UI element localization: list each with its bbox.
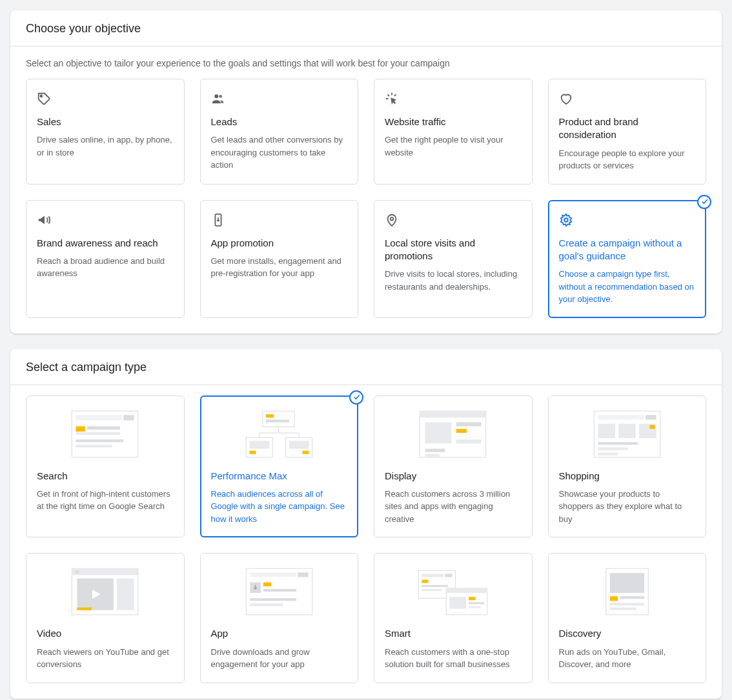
svg-rect-53 bbox=[250, 573, 296, 577]
svg-rect-33 bbox=[425, 448, 445, 452]
card-desc: Drive downloads and grow engagement for … bbox=[211, 646, 348, 671]
svg-rect-34 bbox=[425, 454, 440, 456]
shopping-thumb bbox=[559, 408, 696, 461]
gear-icon bbox=[559, 212, 696, 228]
card-title: Brand awareness and reach bbox=[37, 237, 174, 250]
card-desc: Encourage people to explore your product… bbox=[559, 147, 696, 172]
svg-rect-68 bbox=[450, 597, 467, 608]
svg-rect-61 bbox=[422, 574, 444, 577]
display-thumb bbox=[385, 408, 522, 461]
card-title: Local store visits and promotions bbox=[385, 237, 522, 263]
card-title: Shopping bbox=[559, 470, 696, 483]
svg-rect-50 bbox=[77, 608, 92, 610]
search-thumb bbox=[37, 408, 174, 461]
card-desc: Reach customers with a one-stop solution… bbox=[385, 646, 522, 671]
objective-card-app-promotion[interactable]: App promotion Get more installs, engagem… bbox=[200, 200, 359, 318]
pin-icon bbox=[385, 212, 522, 228]
svg-rect-23 bbox=[249, 450, 256, 454]
svg-point-4 bbox=[391, 217, 394, 220]
app-thumb bbox=[211, 565, 348, 618]
objective-card-no-goal[interactable]: Create a campaign without a goal's guida… bbox=[548, 200, 707, 318]
campaign-card-display[interactable]: Display Reach customers across 3 million… bbox=[374, 395, 533, 538]
campaign-card-discovery[interactable]: Discovery Run ads on YouTube, Gmail, Dis… bbox=[548, 553, 707, 683]
svg-rect-13 bbox=[76, 445, 112, 447]
svg-rect-41 bbox=[649, 425, 655, 428]
svg-point-0 bbox=[41, 95, 43, 97]
svg-rect-57 bbox=[263, 589, 296, 592]
card-desc: Choose a campaign type first, without a … bbox=[559, 268, 696, 306]
svg-rect-58 bbox=[250, 599, 296, 601]
svg-rect-28 bbox=[420, 411, 487, 417]
svg-rect-32 bbox=[456, 439, 482, 443]
objective-card-local[interactable]: Local store visits and promotions Drive … bbox=[374, 200, 533, 318]
svg-rect-62 bbox=[445, 574, 452, 577]
svg-rect-31 bbox=[456, 428, 467, 432]
card-title: Discovery bbox=[559, 627, 696, 640]
campaign-card-video[interactable]: Video Reach viewers on YouTube and get c… bbox=[26, 553, 185, 683]
smart-thumb bbox=[385, 565, 522, 618]
svg-rect-39 bbox=[618, 423, 636, 438]
svg-rect-43 bbox=[598, 447, 627, 450]
svg-rect-74 bbox=[610, 596, 618, 601]
tag-icon bbox=[37, 91, 174, 106]
card-title: App promotion bbox=[211, 237, 348, 250]
svg-rect-51 bbox=[117, 579, 134, 610]
objective-card-brand-consideration[interactable]: Product and brand consideration Encourag… bbox=[548, 79, 707, 185]
card-desc: Reach audiences across all of Google wit… bbox=[211, 488, 348, 526]
svg-rect-76 bbox=[610, 603, 644, 606]
svg-rect-54 bbox=[298, 573, 308, 577]
card-desc: Reach viewers on YouTube and get convers… bbox=[37, 646, 174, 671]
svg-rect-37 bbox=[646, 415, 656, 419]
discovery-thumb bbox=[559, 565, 696, 618]
card-desc: Drive visits to local stores, including … bbox=[385, 268, 522, 293]
svg-rect-14 bbox=[263, 411, 294, 427]
card-title: Display bbox=[385, 470, 522, 483]
card-desc: Reach a broad audience and build awarene… bbox=[37, 255, 174, 280]
svg-rect-59 bbox=[250, 604, 283, 606]
card-title: Search bbox=[37, 470, 174, 483]
card-desc: Drive sales online, in app, by phone, or… bbox=[37, 134, 174, 159]
video-thumb bbox=[37, 565, 174, 618]
svg-rect-75 bbox=[620, 596, 644, 599]
objective-title: Choose your objective bbox=[10, 10, 722, 46]
check-icon bbox=[697, 195, 711, 209]
svg-rect-47 bbox=[76, 570, 79, 574]
click-icon bbox=[385, 91, 522, 106]
svg-rect-56 bbox=[263, 583, 271, 586]
svg-rect-30 bbox=[456, 422, 482, 426]
svg-rect-15 bbox=[266, 414, 274, 417]
svg-rect-64 bbox=[422, 585, 449, 587]
campaign-card-pmax[interactable]: Performance Max Reach audiences across a… bbox=[200, 395, 359, 538]
svg-rect-10 bbox=[87, 426, 120, 429]
svg-rect-26 bbox=[302, 450, 309, 454]
objective-grid: Sales Drive sales online, in app, by pho… bbox=[26, 79, 706, 318]
campaign-card-search[interactable]: Search Get in front of high-intent custo… bbox=[26, 395, 185, 538]
svg-rect-69 bbox=[469, 597, 475, 600]
check-icon bbox=[349, 390, 363, 405]
card-title: Sales bbox=[37, 115, 174, 128]
svg-point-5 bbox=[564, 218, 568, 222]
svg-rect-7 bbox=[76, 415, 123, 420]
svg-rect-73 bbox=[610, 574, 644, 594]
objective-card-sales[interactable]: Sales Drive sales online, in app, by pho… bbox=[26, 79, 185, 185]
campaign-card-smart[interactable]: Smart Reach customers with a one-stop so… bbox=[374, 553, 533, 683]
objective-card-awareness[interactable]: Brand awareness and reach Reach a broad … bbox=[26, 200, 185, 318]
card-title: Leads bbox=[211, 115, 348, 128]
objective-subtitle: Select an objective to tailor your exper… bbox=[10, 46, 722, 68]
campaign-card-app[interactable]: App Drive downloads and grow engagement … bbox=[200, 553, 359, 683]
megaphone-icon bbox=[37, 212, 174, 228]
objective-card-traffic[interactable]: Website traffic Get the right people to … bbox=[374, 79, 533, 185]
svg-rect-77 bbox=[610, 608, 636, 610]
svg-rect-63 bbox=[422, 580, 429, 583]
card-desc: Get the right people to visit your websi… bbox=[385, 134, 522, 159]
card-desc: Get more installs, engagement and pre-re… bbox=[211, 255, 348, 280]
card-title: Create a campaign without a goal's guida… bbox=[559, 237, 696, 263]
pmax-thumb bbox=[211, 408, 348, 461]
svg-rect-36 bbox=[598, 415, 644, 419]
card-desc: Showcase your products to shoppers as th… bbox=[559, 488, 696, 526]
objective-card-leads[interactable]: Leads Get leads and other conversions by… bbox=[200, 79, 359, 185]
campaign-card-shopping[interactable]: Shopping Showcase your products to shopp… bbox=[548, 395, 707, 538]
svg-rect-70 bbox=[469, 603, 484, 605]
campaign-type-title: Select a campaign type bbox=[10, 349, 722, 385]
heart-icon bbox=[559, 91, 696, 106]
